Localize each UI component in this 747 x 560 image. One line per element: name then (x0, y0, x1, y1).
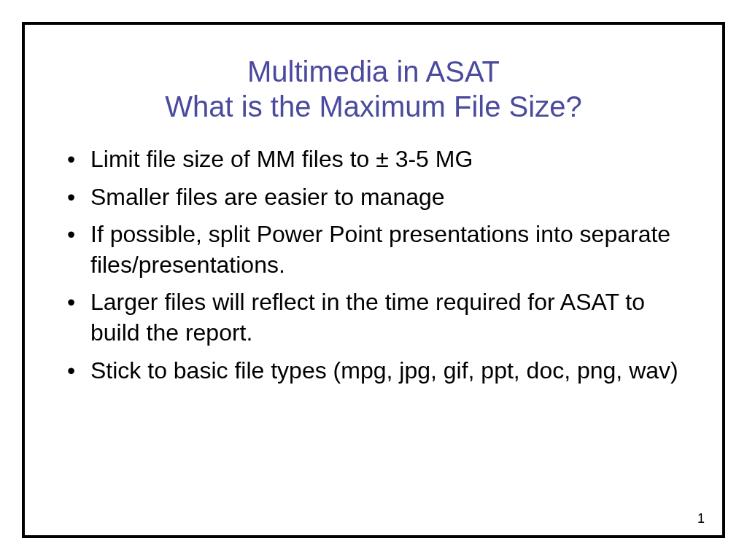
slide-frame: Multimedia in ASAT What is the Maximum F… (22, 22, 725, 538)
list-item: Smaller files are easier to manage (61, 182, 686, 213)
bullet-list: Limit file size of MM files to ± 3-5 MG … (61, 144, 686, 513)
list-item: If possible, split Power Point presentat… (61, 219, 686, 280)
page-number: 1 (697, 511, 705, 526)
list-item: Limit file size of MM files to ± 3-5 MG (61, 144, 686, 175)
list-item: Stick to basic file types (mpg, jpg, gif… (61, 356, 686, 386)
title-line-1: Multimedia in ASAT (61, 54, 686, 89)
slide-title: Multimedia in ASAT What is the Maximum F… (61, 54, 686, 124)
title-line-2: What is the Maximum File Size? (61, 89, 686, 124)
list-item: Larger files will reflect in the time re… (61, 287, 686, 348)
